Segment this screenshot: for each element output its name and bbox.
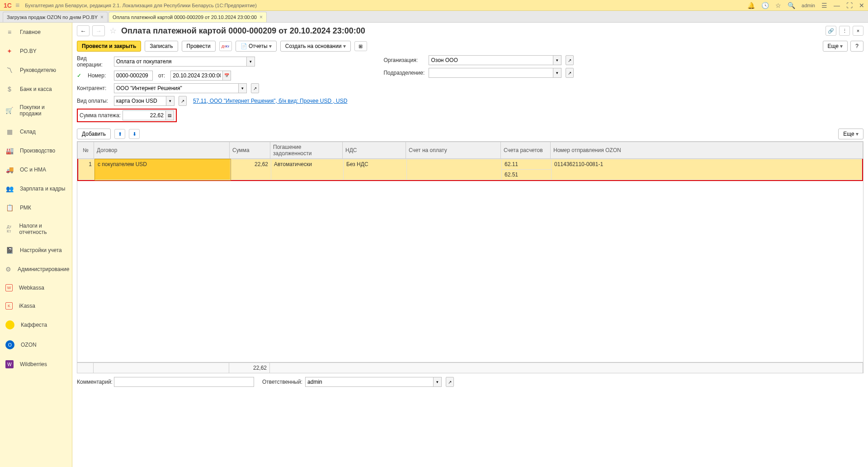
col-contract[interactable]: Договор bbox=[94, 142, 230, 159]
user-label[interactable]: admin bbox=[802, 3, 815, 8]
col-accounts[interactable]: Счета расчетов bbox=[501, 142, 551, 159]
responsible-open-icon[interactable]: ↗ bbox=[446, 377, 454, 387]
tab-payment-card[interactable]: Оплата платежной картой 0000-000209 от 2… bbox=[108, 12, 267, 22]
more-button[interactable]: Еще bbox=[823, 41, 848, 52]
col-ozon[interactable]: Номер отправления OZON bbox=[551, 142, 863, 159]
nav-main[interactable]: ≡Главное bbox=[0, 23, 72, 42]
dept-dropdown-icon[interactable]: ▾ bbox=[553, 68, 561, 78]
op-type-input[interactable] bbox=[114, 57, 247, 67]
cell-ozon[interactable]: 0114362110-0081-1 bbox=[552, 159, 862, 180]
nav-ikassa[interactable]: KiKassa bbox=[0, 297, 72, 315]
bell-icon[interactable]: 🔔 bbox=[747, 2, 755, 9]
post-button[interactable]: Провести bbox=[182, 41, 216, 52]
nav-label: Главное bbox=[20, 29, 41, 35]
nav-ozon[interactable]: OOZON bbox=[0, 335, 72, 355]
op-type-dropdown-icon[interactable]: ▾ bbox=[247, 57, 255, 67]
col-invoice[interactable]: Счет на оплату bbox=[406, 142, 501, 159]
org-input[interactable] bbox=[429, 55, 553, 65]
record-button[interactable]: Записать bbox=[145, 41, 178, 52]
nav-bank[interactable]: $Банк и касса bbox=[0, 80, 72, 99]
link-icon[interactable]: 🔗 bbox=[826, 26, 836, 36]
cell-vat[interactable]: Без НДС bbox=[344, 159, 407, 180]
ozon-icon: O bbox=[5, 340, 14, 349]
responsible-dropdown-icon[interactable]: ▾ bbox=[434, 377, 442, 387]
nav-label: Зарплата и кадры bbox=[20, 186, 65, 192]
forward-button[interactable]: → bbox=[92, 25, 105, 36]
col-sum[interactable]: Сумма bbox=[230, 142, 270, 159]
nav-production[interactable]: 🏭Производство bbox=[0, 141, 72, 160]
nav-taxes[interactable]: ДтКтНалоги и отчетность bbox=[0, 217, 72, 241]
nav-rmk[interactable]: 📋РМК bbox=[0, 198, 72, 217]
nav-assets[interactable]: 🚚ОС и НМА bbox=[0, 160, 72, 179]
nav-label: Банк и касса bbox=[20, 86, 52, 92]
table-row[interactable]: 1 с покупателем USD 22,62 Автоматически … bbox=[79, 159, 862, 170]
close-doc-icon[interactable]: × bbox=[853, 26, 863, 36]
close-icon[interactable]: ✕ bbox=[859, 2, 864, 9]
hamburger-icon[interactable]: ≡ bbox=[15, 1, 19, 10]
counterparty-dropdown-icon[interactable]: ▾ bbox=[239, 83, 247, 93]
cell-contract[interactable]: с покупателем USD bbox=[95, 159, 231, 180]
nav-manager[interactable]: 〽Руководителю bbox=[0, 61, 72, 80]
pay-type-dropdown-icon[interactable]: ▾ bbox=[166, 96, 175, 106]
search-icon[interactable]: 🔍 bbox=[788, 2, 795, 9]
col-n[interactable]: № bbox=[78, 142, 94, 159]
calculator-icon[interactable]: ▤ bbox=[166, 110, 174, 120]
reports-dropdown[interactable]: 📄 Отчеты bbox=[236, 41, 277, 52]
nav-salary[interactable]: 👥Зарплата и кадры bbox=[0, 179, 72, 198]
create-based-dropdown[interactable]: Создать на основании bbox=[280, 41, 351, 52]
cell-repay[interactable]: Автоматически bbox=[271, 159, 344, 180]
minimize-icon[interactable]: — bbox=[834, 2, 840, 9]
sum-input[interactable] bbox=[123, 110, 166, 120]
counterparty-open-icon[interactable]: ↗ bbox=[251, 83, 259, 93]
pay-account-link[interactable]: 57.11, ООО "Интернет Решения", б/н вид: … bbox=[193, 98, 347, 104]
cell-invoice[interactable] bbox=[407, 159, 502, 180]
move-up-icon[interactable]: ⬆ bbox=[114, 129, 125, 139]
cell-acc2[interactable]: 62.51 bbox=[502, 170, 552, 180]
nav-warehouse[interactable]: ▦Склад bbox=[0, 122, 72, 141]
nav-wildberries[interactable]: WWildberries bbox=[0, 355, 72, 374]
dept-input[interactable] bbox=[429, 68, 553, 78]
add-row-button[interactable]: Добавить bbox=[77, 129, 111, 139]
date-input[interactable] bbox=[170, 71, 223, 81]
tab-close-icon[interactable]: × bbox=[100, 14, 104, 20]
grid-icon: ▦ bbox=[5, 128, 14, 136]
org-open-icon[interactable]: ↗ bbox=[566, 55, 574, 65]
move-down-icon[interactable]: ⬇ bbox=[129, 129, 140, 139]
nav-sales[interactable]: 🛒Покупки и продажи bbox=[0, 99, 72, 122]
nav-caffesta[interactable]: Каффеста bbox=[0, 315, 72, 335]
post-and-close-button[interactable]: Провести и закрыть bbox=[77, 41, 141, 52]
settings-icon[interactable]: ☰ bbox=[821, 2, 827, 9]
nav-admin[interactable]: ⚙Администрирование bbox=[0, 260, 72, 279]
dtkt-button[interactable]: ДтКт bbox=[219, 41, 232, 51]
star-icon[interactable]: ☆ bbox=[775, 2, 781, 9]
cell-sum[interactable]: 22,62 bbox=[231, 159, 271, 180]
number-input[interactable] bbox=[114, 71, 153, 81]
nav-label: Производство bbox=[20, 148, 55, 154]
tab-ozon-load[interactable]: Загрузка продаж OZON по дням PO.BY × bbox=[3, 12, 108, 22]
calendar-icon[interactable]: 📅 bbox=[223, 71, 231, 81]
pay-type-input[interactable] bbox=[114, 96, 166, 106]
col-repay[interactable]: Погашение задолженности bbox=[270, 142, 343, 159]
cell-acc1[interactable]: 62.11 bbox=[502, 159, 552, 170]
table-more-button[interactable]: Еще bbox=[838, 129, 863, 139]
back-button[interactable]: ← bbox=[77, 25, 90, 36]
structure-icon[interactable]: ⊞ bbox=[354, 41, 367, 51]
help-button[interactable]: ? bbox=[850, 41, 863, 52]
history-icon[interactable]: 🕓 bbox=[761, 2, 769, 9]
comment-input[interactable] bbox=[114, 377, 254, 387]
nav-settings[interactable]: 📓Настройки учета bbox=[0, 241, 72, 260]
more-menu-icon[interactable]: ⋮ bbox=[839, 26, 850, 36]
maximize-icon[interactable]: ⛶ bbox=[846, 2, 853, 9]
nav-webkassa[interactable]: WWebkassa bbox=[0, 279, 72, 297]
tab-close-icon[interactable]: × bbox=[259, 14, 263, 20]
counterparty-input[interactable] bbox=[114, 83, 239, 93]
org-dropdown-icon[interactable]: ▾ bbox=[553, 55, 561, 65]
pay-type-open-icon[interactable]: ↗ bbox=[179, 96, 187, 106]
favorite-star-icon[interactable]: ☆ bbox=[109, 26, 117, 36]
responsible-input[interactable] bbox=[305, 377, 434, 387]
nav-poby[interactable]: ✦PO.BY bbox=[0, 42, 72, 61]
dtkt-icon: ДтКт bbox=[5, 225, 13, 233]
dept-open-icon[interactable]: ↗ bbox=[566, 68, 574, 78]
col-vat[interactable]: НДС bbox=[343, 142, 406, 159]
cell-n[interactable]: 1 bbox=[79, 159, 95, 180]
